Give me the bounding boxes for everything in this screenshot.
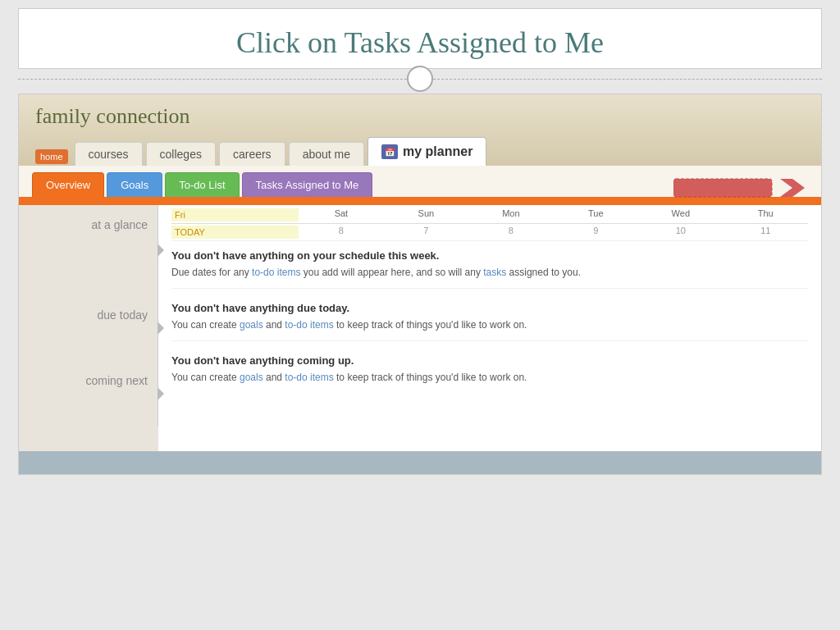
main-content: Fri Sat Sun Mon Tue Wed Thu TODAY 8 7 8 …: [158, 205, 821, 451]
content-area: at a glance due today coming next Fri Sa…: [19, 205, 821, 451]
cal-date-8b: 8: [468, 226, 553, 239]
cal-sun: Sun: [384, 208, 468, 221]
tab-careers[interactable]: careers: [219, 142, 285, 166]
circle-connector: [407, 66, 433, 92]
due-today-normal: You can create goals and to-do items to …: [171, 317, 808, 332]
link-todo-items-2[interactable]: to-do items: [285, 319, 333, 331]
link-todo-items-1[interactable]: to-do items: [252, 267, 300, 278]
title-card: Click on Tasks Assigned to Me: [18, 8, 822, 69]
sub-tabs: Overview Goals To-do List Tasks Assigned…: [19, 166, 821, 197]
at-a-glance-text: at a glance: [92, 218, 148, 231]
cal-wed: Wed: [638, 208, 723, 221]
subtab-overview[interactable]: Overview: [32, 172, 104, 197]
cal-date-11: 11: [724, 226, 808, 239]
cal-tue: Tue: [554, 208, 638, 221]
svg-rect-0: [673, 179, 772, 197]
label-coming-next: coming next: [19, 361, 158, 427]
tab-about-me[interactable]: about me: [289, 142, 364, 166]
sub-tabs-container: Overview Goals To-do List Tasks Assigned…: [19, 166, 821, 197]
planner-icon: 📅: [381, 144, 398, 159]
calendar-header: Fri Sat Sun Mon Tue Wed Thu: [171, 205, 808, 224]
subtab-tasks[interactable]: Tasks Assigned to Me: [242, 172, 373, 197]
left-labels: at a glance due today coming next: [19, 205, 158, 451]
link-goals-1[interactable]: goals: [240, 319, 263, 331]
divider-area: [18, 69, 822, 89]
coming-next-bold: You don't have anything coming up.: [171, 354, 808, 367]
nav-tabs: home courses colleges careers about me 📅…: [35, 137, 805, 166]
app-header: family connection home courses colleges …: [19, 94, 821, 166]
divider-1: [171, 288, 808, 289]
arrow-svg: [673, 172, 805, 202]
at-a-glance-normal: Due dates for any to-do items you add wi…: [171, 265, 808, 280]
app-title: family connection: [35, 104, 805, 129]
label-due-today: due today: [19, 295, 158, 361]
cal-date-9: 9: [554, 226, 638, 239]
calendar-dates-row: TODAY 8 7 8 9 10 11: [171, 224, 808, 241]
cal-sat: Sat: [299, 208, 383, 221]
divider-2: [171, 340, 808, 341]
tab-courses[interactable]: courses: [75, 142, 143, 166]
slide-title: Click on Tasks Assigned to Me: [52, 25, 788, 60]
due-today-text: due today: [98, 308, 148, 322]
tab-colleges[interactable]: colleges: [146, 142, 216, 166]
subtab-goals[interactable]: Goals: [107, 172, 162, 197]
due-today-bold: You don't have anything due today.: [171, 302, 808, 314]
subtab-todo[interactable]: To-do List: [165, 172, 239, 197]
cal-date-8a: 8: [299, 226, 383, 239]
svg-marker-1: [772, 179, 805, 197]
at-a-glance-bold: You don't have anything on your schedule…: [171, 249, 808, 262]
coming-next-text: coming next: [86, 374, 148, 387]
label-arrow-1: [158, 244, 164, 257]
cal-mon: Mon: [468, 208, 553, 221]
home-badge[interactable]: home: [35, 149, 68, 164]
cal-today: TODAY: [171, 226, 299, 239]
app-area: family connection home courses colleges …: [18, 94, 822, 475]
section-due-today: You don't have anything due today. You c…: [171, 294, 808, 336]
section-coming-next: You don't have anything coming up. You c…: [171, 346, 808, 388]
section-at-a-glance: You don't have anything on your schedule…: [171, 241, 808, 283]
link-goals-2[interactable]: goals: [240, 372, 263, 383]
cal-fri: Fri: [171, 208, 299, 221]
app-footer: [19, 451, 821, 474]
label-arrow-2: [158, 322, 164, 335]
label-at-a-glance: at a glance: [19, 205, 158, 295]
link-todo-items-3[interactable]: to-do items: [285, 372, 333, 383]
label-arrow-3: [158, 387, 164, 400]
arrow-indicator: [673, 172, 805, 205]
tab-my-planner[interactable]: 📅 my planner: [368, 137, 486, 166]
slide-container: Click on Tasks Assigned to Me family con…: [0, 0, 840, 630]
cal-date-7: 7: [384, 226, 468, 239]
cal-thu: Thu: [724, 208, 808, 221]
coming-next-normal: You can create goals and to-do items to …: [171, 370, 808, 385]
cal-date-10: 10: [638, 226, 723, 239]
link-tasks[interactable]: tasks: [483, 267, 506, 278]
planner-label: my planner: [403, 144, 472, 159]
